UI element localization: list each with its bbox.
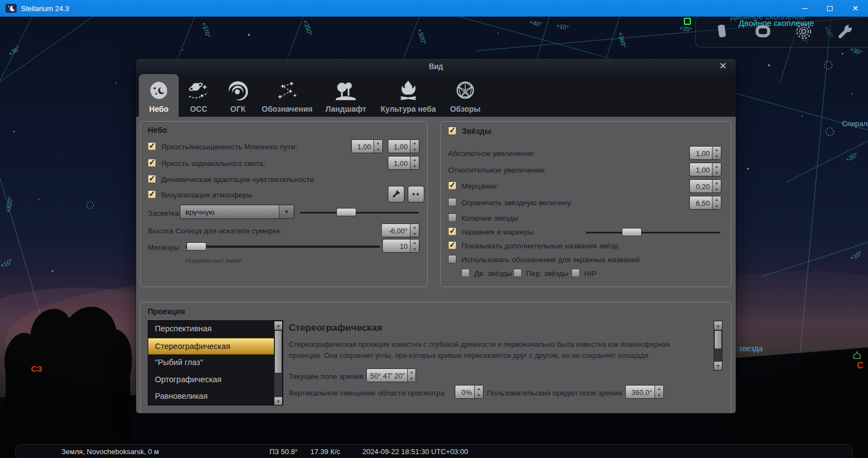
list-item[interactable]: Ортографическая [148,372,283,389]
limit-magnitude-checkbox[interactable] [448,198,456,206]
meteors-zhr-spinbox[interactable]: 10 [382,239,419,253]
milky-way-checkbox[interactable] [148,142,156,150]
slider-track[interactable] [185,246,380,248]
scrollbar-track[interactable] [274,330,282,397]
spin-down-icon[interactable] [410,246,419,253]
viewport-offset-spinbox[interactable]: 0% [455,385,484,399]
spin-arrows[interactable] [410,224,419,237]
spin-down-icon[interactable] [713,153,721,160]
spin-arrows[interactable] [373,140,382,153]
list-item-selected[interactable]: Стереографическая [148,338,283,355]
zodiacal-light-checkbox[interactable] [148,159,156,167]
spin-down-icon[interactable] [410,163,419,170]
hip-checkbox[interactable] [571,269,580,277]
tab-dso[interactable]: ОГК [219,74,257,117]
spin-arrows[interactable] [410,140,419,153]
spin-up-icon[interactable] [713,163,721,170]
maximize-button[interactable] [817,0,843,17]
spin-down-icon[interactable] [374,147,382,153]
spin-arrows[interactable] [654,386,663,398]
spin-up-icon[interactable] [713,196,721,203]
projection-list[interactable]: Перспективная Стереографическая "Рыбий г… [148,320,283,405]
spin-down-icon[interactable] [713,203,721,210]
spin-up-icon[interactable] [475,386,483,392]
zodiacal-brightness-spinbox[interactable]: 1,00 [388,156,419,170]
description-scrollbar[interactable] [714,321,723,371]
milky-way-saturation-spinbox[interactable]: 1,00 [388,139,419,153]
tab-surveys[interactable]: Обзоры [442,74,488,117]
light-pollution-slider[interactable] [300,208,419,217]
slider-track[interactable] [300,212,419,214]
double-stars-checkbox[interactable] [461,269,470,277]
slider-track[interactable] [586,232,720,233]
twinkle-amount-spinbox[interactable]: 0,20 [689,179,721,193]
combo-dropdown-icon[interactable] [279,205,294,218]
scroll-up-icon[interactable] [714,321,722,330]
spin-down-icon[interactable] [713,186,721,193]
spin-arrows[interactable] [407,369,415,382]
wrench-icon[interactable] [835,22,854,41]
spin-down-icon[interactable] [408,376,415,382]
list-item[interactable]: Равновеликая [148,388,283,405]
custom-fov-limit-spinbox[interactable]: 360,0° [625,385,664,399]
spin-down-icon[interactable] [475,392,483,399]
designations-checkbox[interactable] [448,255,456,263]
milky-way-brightness-spinbox[interactable]: 1,00 [351,139,383,153]
dialog-close-button[interactable]: ✕ [717,60,729,72]
scroll-up-icon[interactable] [274,321,282,330]
ocular-icon[interactable] [713,22,731,41]
list-item[interactable]: Перспективная [148,321,283,338]
scroll-down-icon[interactable] [714,362,722,370]
limit-magnitude-spinbox[interactable]: 6,50 [689,196,721,210]
datetime-status[interactable]: 2024-09-22 18:51:30 UTC+03:00 [362,447,468,456]
spin-up-icon[interactable] [374,140,382,147]
spin-arrows[interactable] [712,196,721,209]
spin-up-icon[interactable] [655,386,663,392]
variable-stars-checkbox[interactable] [513,269,522,277]
projection-list-scrollbar[interactable] [274,321,283,405]
spin-arrows[interactable] [712,163,721,176]
labels-markers-checkbox[interactable] [448,227,456,236]
spin-up-icon[interactable] [713,147,721,153]
close-window-button[interactable]: ✕ [843,0,868,17]
meteors-slider[interactable] [185,242,380,251]
twinkle-checkbox[interactable] [448,181,456,190]
atmosphere-settings-button[interactable] [388,186,404,202]
light-pollution-combobox[interactable]: вручную [180,205,294,219]
minimize-button[interactable] [792,0,817,17]
stars-checkbox[interactable] [448,127,456,135]
tab-sso[interactable]: ОСС [179,74,219,117]
absolute-scale-spinbox[interactable]: 1,00 [689,146,721,160]
spin-arrows[interactable] [712,180,721,192]
spin-up-icon[interactable] [410,240,419,246]
atmosphere-checkbox[interactable] [148,190,156,199]
spin-arrows[interactable] [410,240,419,252]
tab-landscape[interactable]: Ландшафт [317,74,375,117]
tab-sky[interactable]: Небо [139,74,179,117]
spin-arrows[interactable] [474,386,483,398]
slider-thumb[interactable] [186,242,206,251]
spin-arrows[interactable] [410,157,419,169]
spin-arrows[interactable] [712,147,721,159]
spin-up-icon[interactable] [410,140,419,147]
scrollbar-thumb[interactable] [714,330,722,349]
spin-down-icon[interactable] [655,392,663,399]
tab-markings[interactable]: Обозначения [257,74,317,117]
tab-sky-culture[interactable]: Культура неба [375,74,442,117]
dynamic-adaptation-checkbox[interactable] [148,175,156,183]
spin-down-icon[interactable] [410,147,419,153]
scrollbar-track[interactable] [714,330,722,362]
list-item[interactable]: "Рыбий глаз" [148,355,283,372]
location-status[interactable]: Земля, Novocheboksarsk, 0 м [61,447,159,456]
current-fov-spinbox[interactable]: 50° 47' 20" [366,368,416,382]
twilight-altitude-spinbox[interactable]: -6,00° [381,223,419,237]
spin-down-icon[interactable] [410,231,419,237]
atmosphere-shortcut-button[interactable] [408,186,424,202]
dialog-titlebar[interactable]: Вид ✕ [136,59,736,74]
slider-thumb[interactable] [336,208,356,216]
galaxy-label[interactable]: Спираль [842,119,868,128]
relative-scale-spinbox[interactable]: 1,00 [689,163,721,176]
spiky-stars-checkbox[interactable] [448,214,456,222]
scrollbar-thumb[interactable] [274,330,282,373]
spin-up-icon[interactable] [410,224,419,231]
